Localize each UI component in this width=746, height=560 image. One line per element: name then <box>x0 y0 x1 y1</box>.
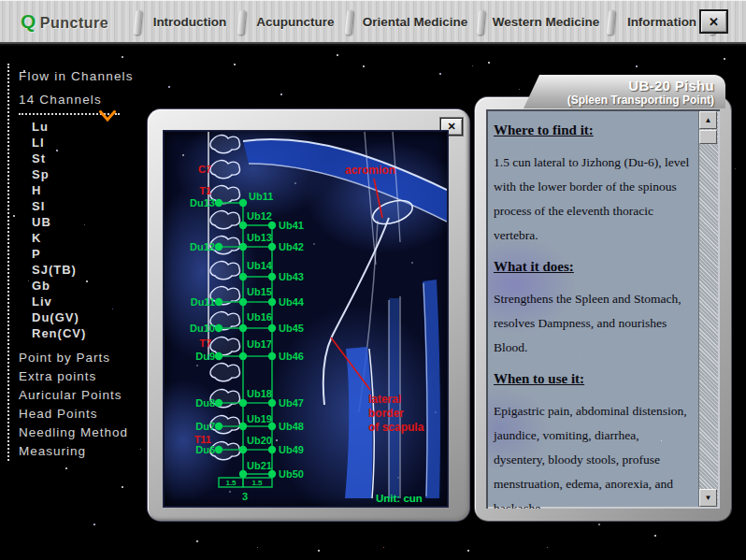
sidebar-item-needling-method[interactable]: Needling Method <box>19 424 161 442</box>
anatomy-diagram: Du13 Du12 Du11 Du10 Du9 Du8 Du7 Du6 Ub11… <box>165 132 447 506</box>
acupoint-dot[interactable] <box>239 324 247 332</box>
acupoint-dot[interactable] <box>239 298 247 306</box>
acupoint-dot[interactable] <box>268 446 276 453</box>
acupoint-label[interactable]: Ub47 <box>279 397 304 409</box>
acupoint-label[interactable]: Ub19 <box>247 413 272 424</box>
acupoint-label[interactable]: Ub45 <box>279 323 304 334</box>
sidebar-item-si[interactable]: SI <box>19 198 161 214</box>
chevron-down-icon[interactable] <box>99 110 116 122</box>
section-heading: Where to find it: <box>494 122 690 138</box>
acupoint-label[interactable]: Ub12 <box>247 210 272 222</box>
acupoint-label[interactable]: Ub43 <box>279 271 304 282</box>
acupoint-label[interactable]: Ub42 <box>279 241 304 252</box>
sidebar-item-ren[interactable]: Ren(CV) <box>19 325 161 341</box>
sidebar-item-du[interactable]: Du(GV) <box>19 309 161 325</box>
acupoint-label[interactable]: Ub17 <box>247 338 272 350</box>
acupoint-label[interactable]: Ub16 <box>247 311 272 323</box>
sidebar-item-measuring[interactable]: Measuring <box>19 442 161 461</box>
info-panel: Where to find it: 1.5 cun lateral to Jiz… <box>475 97 731 521</box>
sidebar-item-head-points[interactable]: Head Points <box>19 405 161 424</box>
sidebar-item-gb[interactable]: Gb <box>19 278 161 294</box>
acupoint-dot[interactable] <box>268 273 276 280</box>
acupoint-label[interactable]: Ub48 <box>279 421 304 432</box>
acupoint-label[interactable]: Ub44 <box>279 296 305 308</box>
scroll-up-button[interactable]: ▲ <box>699 111 717 129</box>
scrollbar[interactable]: ▲ ▼ <box>698 111 718 507</box>
sidebar-item-li[interactable]: LI <box>19 135 161 151</box>
acupoint-dot[interactable] <box>239 352 247 360</box>
vertebra-label: T1 <box>199 185 211 196</box>
sidebar-item-sj[interactable]: SJ(TB) <box>19 262 161 278</box>
tab-information[interactable]: Information <box>614 15 710 29</box>
sidebar-item-ub[interactable]: UB <box>19 214 161 230</box>
section-where-to-find: Where to find it: 1.5 cun lateral to Jiz… <box>494 122 690 248</box>
acupoint-dot[interactable] <box>215 324 222 332</box>
vertebra-label: C7 <box>198 164 211 175</box>
acupoint-label[interactable]: Ub20 <box>247 435 272 446</box>
acupoint-dot[interactable] <box>268 470 276 478</box>
acupoint-label[interactable]: Ub13 <box>247 232 272 243</box>
acupoint-label[interactable]: Ub14 <box>247 260 273 271</box>
sidebar-item-flow-in-channels[interactable]: Flow in Channels <box>19 67 161 85</box>
acupoint-label[interactable]: Ub49 <box>279 444 304 455</box>
tab-acupuncture[interactable]: Acupuncture <box>245 15 346 29</box>
acupoint-dot[interactable] <box>239 243 247 251</box>
acupoint-dot[interactable] <box>215 399 222 407</box>
acupoint-label[interactable]: Du7 <box>195 421 215 432</box>
sidebar-item-extra-points[interactable]: Extra points <box>19 367 161 386</box>
acupoint-label[interactable]: Du10 <box>190 323 215 334</box>
acupoint-dot[interactable] <box>239 222 247 229</box>
acupoint-dot[interactable] <box>239 399 247 407</box>
acupoint-dot[interactable] <box>239 446 247 453</box>
sidebar-item-auricular-points[interactable]: Auricular Points <box>19 386 161 405</box>
acupoint-dot[interactable] <box>215 352 222 360</box>
acupoint-dot[interactable] <box>215 446 222 453</box>
tab-western-medicine[interactable]: Western Medicine <box>484 15 608 29</box>
sidebar-item-14-channels[interactable]: 14 Channels <box>19 91 161 108</box>
acupoint-dot[interactable] <box>239 423 247 430</box>
acupoint-label[interactable]: Ub21 <box>247 460 272 471</box>
scrollbar-thumb[interactable] <box>699 130 717 144</box>
acupoint-label[interactable]: Du12 <box>190 241 215 252</box>
scroll-down-button[interactable]: ▼ <box>699 489 717 507</box>
tab-introduction[interactable]: Introduction <box>141 15 238 29</box>
acupoint-dot[interactable] <box>268 298 276 306</box>
acupoint-dot[interactable] <box>268 222 276 229</box>
acupoint-label[interactable]: Ub41 <box>279 220 304 231</box>
sidebar-item-point-by-parts[interactable]: Point by Parts <box>19 349 161 367</box>
acupoint-dot[interactable] <box>215 423 222 430</box>
tab-oriental-medicine[interactable]: Oriental Medicine <box>352 15 478 29</box>
acupoint-dot[interactable] <box>268 324 276 332</box>
acupoint-label[interactable]: Ub18 <box>247 388 272 399</box>
acupoint-label[interactable]: Du11 <box>191 296 215 308</box>
tab-divider <box>134 10 142 35</box>
acupoint-label[interactable]: Du13 <box>190 197 215 208</box>
acupoint-dot[interactable] <box>268 399 276 407</box>
sidebar-item-sp[interactable]: Sp <box>19 166 161 182</box>
acupoint-label[interactable]: Ub50 <box>279 468 304 480</box>
acupoint-dot[interactable] <box>268 352 276 360</box>
acupoint-label[interactable]: Ub15 <box>247 286 272 297</box>
acupoint-label[interactable]: Ub46 <box>279 351 304 362</box>
section-what-it-does: What it does: Strengthens the Spleen and… <box>494 259 690 360</box>
acupoint-dot[interactable] <box>215 243 222 251</box>
acupoint-label[interactable]: Du9 <box>195 351 215 362</box>
vertebra-label: T7 <box>199 337 211 349</box>
acupoint-dot[interactable] <box>268 243 276 251</box>
sidebar-item-lu[interactable]: Lu <box>19 119 161 135</box>
sidebar-item-p[interactable]: P <box>19 246 161 262</box>
acupoint-dot[interactable] <box>215 298 222 306</box>
acupoint-dot[interactable] <box>239 470 247 478</box>
acupoint-dot[interactable] <box>239 199 247 207</box>
acupoint-label[interactable]: Ub11 <box>249 191 273 202</box>
sidebar-item-h[interactable]: H <box>19 182 161 198</box>
acupoint-dot[interactable] <box>215 199 222 207</box>
acupoint-label[interactable]: Du8 <box>195 397 215 409</box>
point-subtitle: (Spleen Transporting Point) <box>524 93 725 107</box>
sidebar-item-st[interactable]: St <box>19 151 161 166</box>
acupoint-dot[interactable] <box>239 273 247 280</box>
acupoint-label[interactable]: Du6 <box>195 444 215 455</box>
sidebar-item-k[interactable]: K <box>19 230 161 246</box>
close-app-button[interactable]: ✕ <box>699 9 728 34</box>
sidebar-item-liv[interactable]: Liv <box>19 294 161 309</box>
